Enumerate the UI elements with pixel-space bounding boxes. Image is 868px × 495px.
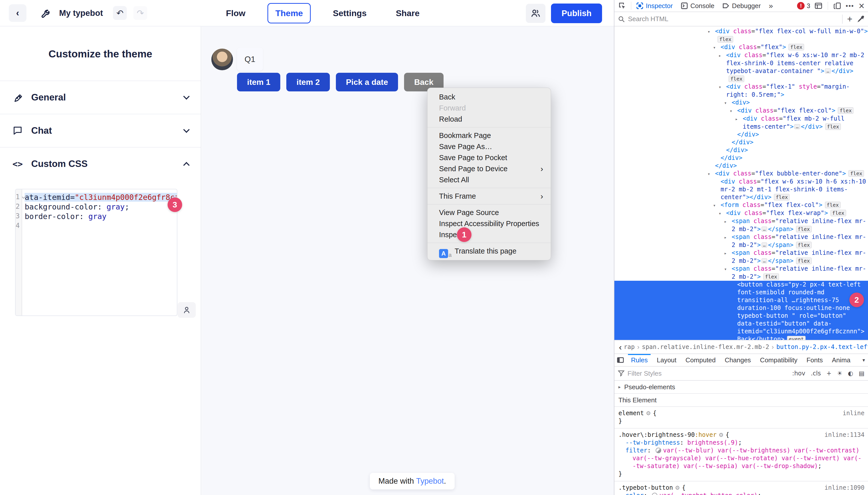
flex-badge[interactable]: flex (796, 242, 812, 248)
rule-settings-icon[interactable]: ⚙ (646, 410, 651, 416)
dom-node[interactable]: ▸<span class="relative inline-flex mr-2 … (614, 233, 868, 249)
dom-node[interactable]: ▾<span class="relative inline-flex mr-2 … (614, 265, 868, 281)
typebot-title[interactable]: My typebot (59, 8, 103, 18)
dom-node[interactable]: </div> (614, 162, 868, 170)
expand-arrow-icon[interactable]: ▸ (724, 249, 732, 257)
error-count-badge[interactable]: ! 3 (797, 2, 810, 10)
flex-badge[interactable]: flex (825, 123, 841, 130)
menu-item-inspect-accessibility-properties[interactable]: Inspect Accessibility Properties (427, 218, 551, 229)
expand-arrow-icon[interactable]: ▾ (730, 107, 737, 115)
redo-button[interactable]: ↷ (134, 6, 147, 20)
flex-badge[interactable]: flex (729, 75, 744, 82)
panel-tab-layout[interactable]: Layout (652, 354, 681, 366)
css-rule[interactable]: .typebot-button⚙{inline:1090color: var(-… (614, 481, 868, 495)
flex-badge[interactable]: flex (789, 44, 804, 50)
menu-item-inspect[interactable]: Inspect (427, 229, 551, 240)
menu-item-forward[interactable]: Forward (427, 102, 551, 114)
code-line[interactable]: ata-itemid="cl3iunm4p000f2e6gfr8cznnn"] (25, 193, 177, 202)
back-button[interactable]: ‹ (9, 4, 26, 22)
flex-badge[interactable]: flex (825, 202, 840, 208)
menu-item-save-page-to-pocket[interactable]: Save Page to Pocket (427, 152, 551, 163)
eyedropper-icon[interactable] (857, 16, 865, 23)
made-with-brand[interactable]: Typebot (416, 477, 444, 486)
flex-badge[interactable]: flex (763, 273, 779, 280)
css-declaration[interactable]: filter: var(--tw-blur) var(--tw-brightne… (618, 447, 864, 470)
menu-item-bookmark-page[interactable]: Bookmark Page (427, 130, 551, 141)
split-console-icon[interactable] (815, 2, 822, 9)
menu-item-view-page-source[interactable]: View Page Source (427, 207, 551, 218)
dom-node[interactable]: ▸<div class="flex w-6 xs:w-10 mr-2 mb-2 … (614, 51, 868, 83)
style-toggle-2[interactable]: + (827, 370, 832, 377)
tab-flow[interactable]: Flow (219, 4, 252, 23)
made-with-badge[interactable]: Made with Typebot. (370, 473, 455, 490)
collapsed-content-icon[interactable]: … (762, 242, 767, 248)
menu-item-translate-this-page[interactable]: ATranslate this page (427, 245, 551, 257)
menu-item-back[interactable]: Back (427, 91, 551, 102)
collapsed-content-icon[interactable]: … (825, 68, 831, 73)
expand-arrow-icon[interactable]: ▾ (708, 28, 715, 35)
style-toggle-1[interactable]: .cls (811, 370, 821, 377)
bot-preview-area[interactable]: Q1 item 1item 2Pick a dateBack Made with… (202, 27, 614, 495)
expand-arrow-icon[interactable]: ▾ (724, 99, 732, 107)
style-toggle-4[interactable]: ◐ (848, 370, 853, 377)
pseudo-elements-header[interactable]: ▸ Pseudo-elements (614, 381, 868, 394)
sidebar-section-chat[interactable]: Chat (0, 114, 201, 147)
event-badge[interactable]: event (787, 336, 805, 340)
menu-item-save-page-as-[interactable]: Save Page As… (427, 141, 551, 152)
dom-node[interactable]: ▸<span class="relative inline-flex mr-2 … (614, 217, 868, 233)
css-rules[interactable]: element⚙{inline}.hover\:brightness-90:ho… (614, 407, 868, 495)
panel-tab-rules[interactable]: Rules (626, 354, 652, 366)
panel-tab-computed[interactable]: Computed (681, 354, 720, 366)
collapsed-content-icon[interactable]: … (762, 227, 767, 232)
dom-node[interactable]: ▾<div class="flex-1" style="margin-right… (614, 83, 868, 99)
dom-node[interactable]: ▾<div class="flex flex-wrap">flex (614, 209, 868, 217)
color-swatch-icon[interactable] (656, 448, 661, 453)
dom-node[interactable]: ▾<div class="flex flex-col">flex (614, 107, 868, 115)
expand-arrow-icon[interactable]: ▾ (713, 44, 721, 51)
expand-arrow-icon[interactable]: ▾ (713, 201, 721, 209)
tab-share[interactable]: Share (389, 4, 427, 23)
preview-user-button[interactable] (178, 302, 196, 318)
collaborators-button[interactable] (526, 4, 546, 23)
expand-arrow-icon[interactable]: ▾ (719, 209, 726, 217)
css-rule[interactable]: .hover\:brightness-90:hover⚙{inline:1134… (614, 428, 868, 481)
flex-badge[interactable]: flex (796, 258, 812, 264)
dom-tree[interactable]: ▾<div class="flex flex-col w-full min-w-… (614, 27, 868, 340)
publish-button[interactable]: Publish (551, 3, 602, 23)
panel-tab-fonts[interactable]: Fonts (802, 354, 827, 366)
dom-node[interactable]: ▸<div class="flex mb-2 w-full items-cent… (614, 115, 868, 131)
rule-source-location[interactable]: inline (843, 409, 865, 417)
flex-badge[interactable]: flex (848, 170, 864, 177)
breadcrumb-item[interactable]: span.relative.inline-flex.mr-2.mb-2 (642, 343, 769, 351)
panel-tab-compatibility[interactable]: Compatibility (756, 354, 802, 366)
dom-node[interactable]: </div> (614, 146, 868, 154)
color-swatch-icon[interactable] (652, 493, 657, 495)
toggle-split-rules-icon[interactable] (617, 357, 624, 363)
dom-node[interactable]: ▾<div class="flex bubble-enter-done">fle… (614, 170, 868, 178)
flex-badge[interactable]: flex (838, 107, 853, 114)
tab-theme[interactable]: Theme (267, 3, 311, 23)
sidebar-section-custom-css[interactable]: <>Custom CSS (0, 147, 201, 180)
css-declaration[interactable]: color: var(--typebot-button-color); (618, 492, 864, 495)
tab-overflow-caret[interactable]: ▾ (863, 357, 868, 363)
code-line[interactable]: background-color: gray; (25, 202, 177, 212)
chat-button-item-1[interactable]: item 1 (237, 73, 280, 91)
devtools-tab-inspector[interactable]: Inspector (632, 0, 677, 12)
expand-arrow-icon[interactable]: ▾ (719, 83, 726, 91)
panel-tab-anima[interactable]: Anima (827, 354, 855, 366)
dom-node[interactable]: ▾<div class="flex flex-col w-full min-w-… (614, 28, 868, 43)
style-toggle-5[interactable]: ▤ (859, 370, 865, 377)
expand-arrow-icon[interactable]: ▾ (724, 265, 732, 273)
element-picker-button[interactable] (614, 0, 630, 12)
menu-item-select-all[interactable]: Select All (427, 174, 551, 185)
style-toggle-0[interactable]: :hov (792, 370, 805, 377)
dom-node[interactable]: ▸<span class="relative inline-flex mr-2 … (614, 249, 868, 265)
css-rule[interactable]: element⚙{inline} (614, 407, 868, 428)
dom-node[interactable]: </div> (614, 154, 868, 162)
breadcrumb-back-icon[interactable]: ‹ (617, 342, 624, 352)
menu-item-send-page-to-device[interactable]: Send Page to Device› (427, 163, 551, 174)
more-tools-button[interactable]: » (765, 0, 777, 12)
dom-node[interactable]: </div> (614, 131, 868, 138)
dom-node[interactable]: ▾<div class="flex">flex (614, 43, 868, 51)
expand-arrow-icon[interactable]: ▸ (719, 52, 726, 59)
